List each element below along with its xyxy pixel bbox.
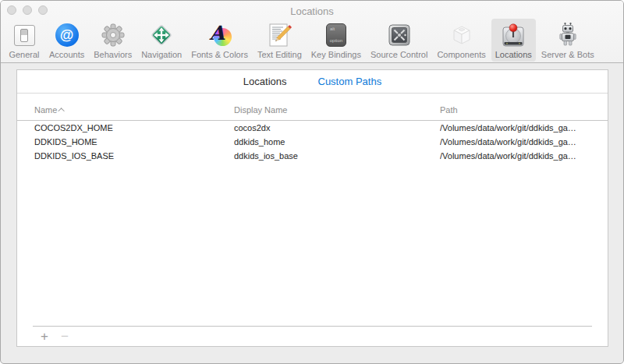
preferences-toolbar: General @ Accounts: [1, 18, 623, 62]
source-control-icon: [384, 21, 415, 49]
toolbar-item-source-control[interactable]: Source Control: [367, 19, 431, 62]
preferences-window: Locations General @ Accounts: [0, 0, 624, 364]
column-header-path[interactable]: Path: [440, 105, 592, 115]
tab-locations[interactable]: Locations: [243, 76, 287, 87]
toolbar-item-locations[interactable]: Locations: [491, 19, 536, 62]
tab-bar: Locations Custom Paths: [17, 70, 608, 94]
toolbar-item-server-bots[interactable]: Server & Bots: [537, 19, 598, 62]
components-icon: [446, 21, 477, 49]
cell-path: /Volumes/data/work/git/ddkids_ga…: [440, 151, 592, 161]
cell-display-name: cocos2dx: [234, 123, 440, 133]
table-row[interactable]: DDKIDS_IOS_BASE ddkids_ios_base /Volumes…: [17, 149, 608, 163]
table-header: Name Display Name Path: [17, 94, 608, 121]
cell-path: /Volumes/data/work/git/ddkids_ga…: [440, 137, 592, 147]
traffic-lights: [7, 5, 48, 15]
cell-display-name: ddkids_home: [234, 137, 440, 147]
behaviors-icon: [98, 21, 129, 49]
fonts-colors-icon: A: [204, 21, 236, 49]
accounts-icon: @: [51, 21, 83, 49]
close-button[interactable]: [7, 5, 16, 15]
toolbar-item-components[interactable]: Components: [433, 19, 489, 62]
sort-ascending-icon: [58, 108, 65, 114]
add-button[interactable]: +: [38, 330, 51, 343]
navigation-icon: [146, 21, 177, 49]
toolbar-item-navigation[interactable]: Navigation: [137, 19, 186, 62]
general-icon: [9, 21, 40, 49]
toolbar-item-behaviors[interactable]: Behaviors: [90, 19, 136, 62]
content-area: Locations Custom Paths Name Display Name…: [1, 63, 623, 363]
server-bots-icon: [552, 21, 583, 49]
toolbar-item-general[interactable]: General: [5, 19, 44, 62]
cell-name: COCOS2DX_HOME: [34, 123, 234, 133]
window-title: Locations: [1, 2, 623, 17]
minimize-button[interactable]: [23, 5, 32, 15]
locations-panel: Locations Custom Paths Name Display Name…: [16, 69, 608, 347]
column-header-name[interactable]: Name: [34, 105, 234, 115]
footer-bar: + −: [17, 327, 608, 346]
locations-icon: [498, 21, 529, 49]
titlebar: Locations: [1, 1, 623, 18]
cell-name: DDKIDS_HOME: [34, 137, 234, 147]
toolbar-item-accounts[interactable]: @ Accounts: [45, 19, 88, 62]
text-editing-icon: [264, 21, 295, 49]
key-bindings-icon: alt option: [321, 21, 352, 49]
cell-name: DDKIDS_IOS_BASE: [34, 151, 234, 161]
remove-button[interactable]: −: [58, 330, 71, 343]
table-row[interactable]: DDKIDS_HOME ddkids_home /Volumes/data/wo…: [17, 135, 608, 149]
table-empty-area: [17, 163, 608, 326]
toolbar-item-text-editing[interactable]: Text Editing: [254, 19, 306, 62]
titlebar-toolbar: Locations General @ Accounts: [1, 1, 623, 63]
zoom-button[interactable]: [38, 5, 48, 15]
cell-path: /Volumes/data/work/git/ddkids_ga…: [440, 123, 592, 133]
tab-custom-paths[interactable]: Custom Paths: [318, 76, 382, 87]
column-header-display-name[interactable]: Display Name: [234, 105, 440, 115]
toolbar-item-key-bindings[interactable]: alt option Key Bindings: [307, 19, 365, 62]
toolbar-item-fonts-colors[interactable]: A Fonts & Colors: [187, 19, 252, 62]
cell-display-name: ddkids_ios_base: [234, 151, 440, 161]
table-row[interactable]: COCOS2DX_HOME cocos2dx /Volumes/data/wor…: [17, 121, 608, 135]
